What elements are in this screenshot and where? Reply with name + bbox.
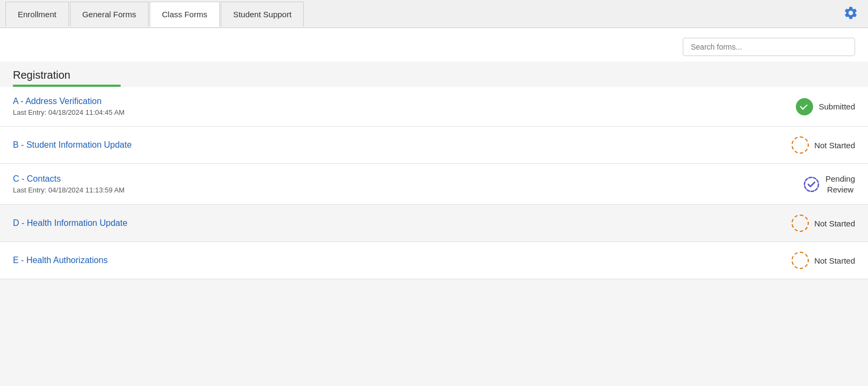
tab-general-forms[interactable]: General Forms — [70, 2, 149, 26]
status-area-a: Submitted — [764, 98, 855, 115]
not-started-icon-e — [792, 252, 809, 269]
not-started-icon-d — [792, 215, 809, 232]
search-input[interactable] — [683, 38, 855, 56]
tab-enrollment[interactable]: Enrollment — [5, 2, 69, 26]
form-row-c[interactable]: C - Contacts Last Entry: 04/18/2024 11:1… — [0, 164, 868, 205]
settings-button[interactable] — [839, 1, 863, 26]
tab-student-support[interactable]: Student Support — [221, 2, 304, 26]
section-title: Registration — [13, 69, 855, 81]
status-label-d: Not Started — [814, 219, 855, 228]
not-started-icon-b — [792, 136, 809, 154]
form-info-b: B - Student Information Update — [13, 140, 764, 150]
section-header: Registration — [0, 61, 868, 87]
form-row-a[interactable]: A - Address Verification Last Entry: 04/… — [0, 87, 868, 127]
form-row-d[interactable]: D - Health Information Update Not Starte… — [0, 205, 868, 242]
form-row-e[interactable]: E - Health Authorizations Not Started — [0, 242, 868, 279]
form-last-entry-c: Last Entry: 04/18/2024 11:13:59 AM — [13, 186, 764, 194]
form-row-b[interactable]: B - Student Information Update Not Start… — [0, 127, 868, 164]
form-name-a[interactable]: A - Address Verification — [13, 96, 102, 106]
form-name-e[interactable]: E - Health Authorizations — [13, 256, 108, 265]
form-name-c[interactable]: C - Contacts — [13, 174, 61, 183]
form-last-entry-a: Last Entry: 04/18/2024 11:04:45 AM — [13, 108, 764, 116]
gear-icon — [843, 5, 858, 20]
tab-bar: Enrollment General Forms Class Forms Stu… — [0, 0, 868, 28]
form-info-a: A - Address Verification Last Entry: 04/… — [13, 96, 764, 116]
svg-point-0 — [804, 177, 818, 191]
status-area-d: Not Started — [764, 215, 855, 232]
form-name-b[interactable]: B - Student Information Update — [13, 140, 132, 149]
pending-icon-c — [803, 176, 820, 193]
tab-class-forms[interactable]: Class Forms — [150, 2, 220, 27]
status-label-e: Not Started — [814, 256, 855, 265]
status-label-c: Pending Review — [825, 174, 855, 195]
main-content: Registration A - Address Verification La… — [0, 28, 868, 279]
search-row — [0, 28, 868, 61]
status-area-e: Not Started — [764, 252, 855, 269]
status-area-c: Pending Review — [764, 174, 855, 195]
form-info-d: D - Health Information Update — [13, 218, 764, 228]
status-label-a: Submitted — [818, 102, 855, 111]
form-name-d[interactable]: D - Health Information Update — [13, 218, 128, 228]
status-label-b: Not Started — [814, 141, 855, 150]
status-area-b: Not Started — [764, 136, 855, 154]
submitted-icon-a — [796, 98, 813, 115]
form-info-e: E - Health Authorizations — [13, 256, 764, 265]
form-info-c: C - Contacts Last Entry: 04/18/2024 11:1… — [13, 174, 764, 194]
